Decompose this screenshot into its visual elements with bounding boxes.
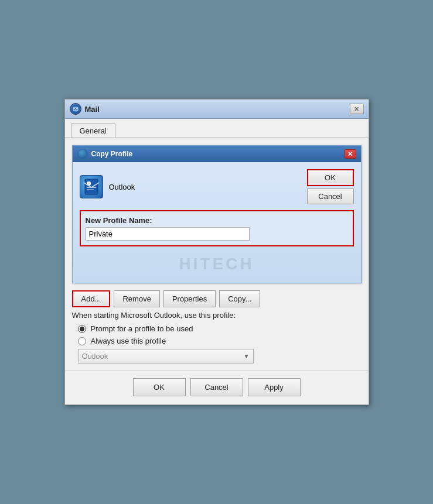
mail-titlebar: Mail ✕	[65, 100, 369, 119]
outlook-icon-inner	[80, 175, 103, 198]
dialog-body: Outlook OK Cancel New Profile Name: HITE…	[73, 162, 361, 283]
profile-actions: Add... Remove Properties Copy...	[72, 290, 362, 307]
profile-name-label: New Profile Name:	[86, 216, 348, 225]
dialog-icon	[77, 149, 88, 159]
dialog-close-button[interactable]: ✕	[345, 149, 356, 159]
ok-button[interactable]: OK	[133, 378, 186, 396]
radio-prompt-input[interactable]	[78, 325, 86, 333]
dialog-ok-button[interactable]: OK	[307, 169, 354, 186]
mail-window: Mail ✕ General Copy Profile ✕	[64, 99, 369, 405]
dialog-title-text: Copy Profile	[91, 150, 133, 158]
dialog-left-section: Outlook	[80, 175, 135, 198]
radio-prompt[interactable]: Prompt for a profile to be used	[78, 324, 362, 333]
mail-app-icon	[70, 103, 81, 115]
radio-always[interactable]: Always use this profile	[78, 337, 362, 345]
dialog-cancel-button[interactable]: Cancel	[307, 188, 354, 204]
window-title: Mail	[85, 105, 100, 114]
dialog-buttons: OK Cancel	[307, 169, 354, 204]
dialog-top-row: Outlook OK Cancel	[80, 169, 354, 204]
startup-section: When starting Microsoft Outlook, use thi…	[72, 311, 362, 364]
profile-dropdown[interactable]: Outlook ▼	[78, 349, 254, 364]
outlook-label: Outlook	[109, 183, 135, 191]
profile-name-input[interactable]	[86, 227, 250, 241]
profile-dropdown-row: Outlook ▼	[78, 349, 362, 364]
apply-button[interactable]: Apply	[248, 378, 301, 396]
remove-button[interactable]: Remove	[114, 290, 159, 307]
outlook-icon	[80, 175, 103, 198]
radio-always-input[interactable]	[78, 337, 86, 345]
copy-button[interactable]: Copy...	[219, 290, 260, 307]
mail-content: Copy Profile ✕	[65, 138, 369, 371]
window-close-button[interactable]: ✕	[350, 104, 364, 114]
watermark: HITECH	[80, 255, 354, 273]
add-button[interactable]: Add...	[72, 290, 111, 307]
copy-profile-dialog: Copy Profile ✕	[72, 145, 362, 283]
dialog-titlebar: Copy Profile ✕	[73, 146, 361, 162]
cancel-button[interactable]: Cancel	[190, 378, 243, 396]
titlebar-left: Mail	[70, 103, 100, 115]
startup-label: When starting Microsoft Outlook, use thi…	[72, 311, 362, 320]
chevron-down-icon: ▼	[244, 353, 250, 359]
profile-name-section: New Profile Name:	[80, 210, 354, 246]
dialog-title-left: Copy Profile	[77, 149, 133, 159]
radio-always-label: Always use this profile	[91, 337, 166, 345]
radio-prompt-label: Prompt for a profile to be used	[91, 324, 193, 333]
tab-general[interactable]: General	[71, 124, 115, 138]
svg-rect-5	[87, 189, 94, 190]
radio-group: Prompt for a profile to be used Always u…	[78, 324, 362, 345]
bottom-buttons: OK Cancel Apply	[65, 371, 369, 404]
properties-button[interactable]: Properties	[163, 290, 216, 307]
tab-area: General	[65, 119, 369, 138]
dropdown-value: Outlook	[82, 352, 108, 361]
